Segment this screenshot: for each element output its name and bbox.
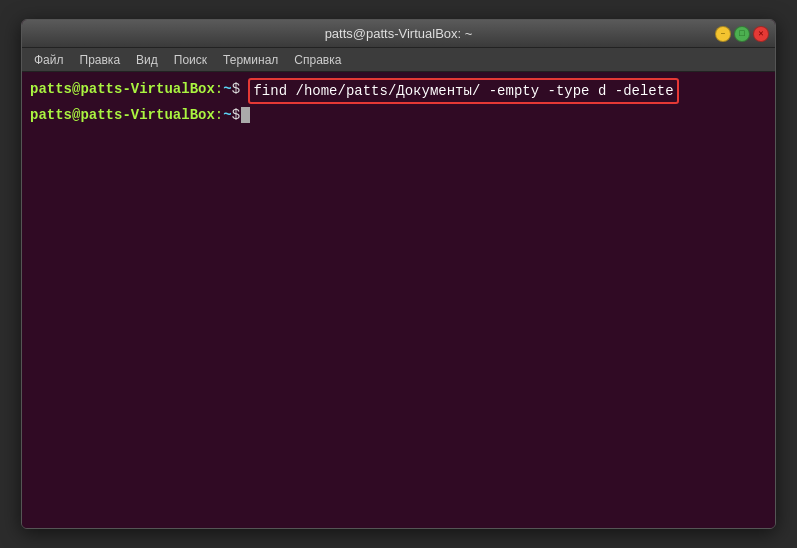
- menu-file[interactable]: Файл: [26, 51, 72, 69]
- terminal-cursor: [241, 107, 250, 123]
- prompt-dir-2: ~: [223, 104, 231, 126]
- command-text: find /home/patts/Документы/ -empty -type…: [248, 78, 678, 104]
- prompt-user-2: patts@patts-VirtualBox: [30, 104, 215, 126]
- terminal-line-2: patts@patts-VirtualBox:~$: [30, 104, 767, 126]
- menu-help[interactable]: Справка: [286, 51, 349, 69]
- menu-terminal[interactable]: Терминал: [215, 51, 286, 69]
- menu-bar: Файл Правка Вид Поиск Терминал Справка: [22, 48, 775, 72]
- menu-view[interactable]: Вид: [128, 51, 166, 69]
- title-bar: patts@patts-VirtualBox: ~ – □ ✕: [22, 20, 775, 48]
- prompt-dir-1: ~: [223, 78, 231, 100]
- menu-edit[interactable]: Правка: [72, 51, 129, 69]
- close-button[interactable]: ✕: [753, 26, 769, 42]
- window-title: patts@patts-VirtualBox: ~: [325, 26, 473, 41]
- menu-search[interactable]: Поиск: [166, 51, 215, 69]
- terminal-body[interactable]: patts@patts-VirtualBox:~$ find /home/pat…: [22, 72, 775, 528]
- terminal-line-1: patts@patts-VirtualBox:~$ find /home/pat…: [30, 78, 767, 104]
- minimize-button[interactable]: –: [715, 26, 731, 42]
- maximize-button[interactable]: □: [734, 26, 750, 42]
- window-controls: – □ ✕: [715, 26, 769, 42]
- terminal-window: patts@patts-VirtualBox: ~ – □ ✕ Файл Пра…: [21, 19, 776, 529]
- prompt-user-1: patts@patts-VirtualBox: [30, 78, 215, 100]
